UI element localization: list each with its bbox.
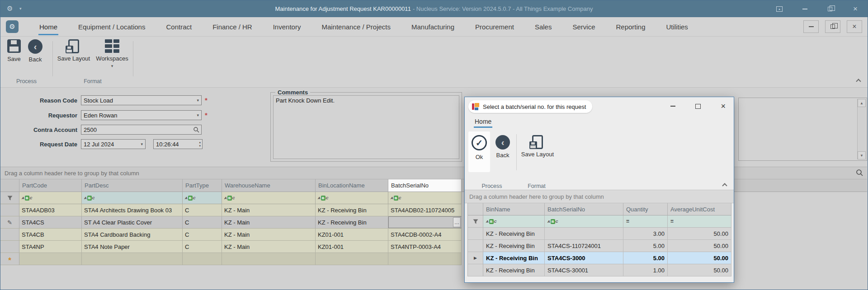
reason-code-combo[interactable]: Stock Load ▾	[81, 95, 202, 105]
tab-home[interactable]: Home	[39, 17, 57, 37]
column-header-partdesc[interactable]: PartDesc	[82, 179, 183, 192]
grid-cell[interactable]: KZ - Receiving Bin	[316, 204, 388, 216]
grid-cell[interactable]: 3.00	[623, 228, 668, 239]
save-layout-button[interactable]: Save Layout	[519, 135, 556, 158]
filter-cell-binlocationname[interactable]: ABC	[316, 192, 388, 204]
filter-cell-binname[interactable]: ABC	[483, 215, 545, 227]
grid-cell[interactable]: 50.00	[668, 252, 731, 264]
ellipsis-button[interactable]: …	[453, 217, 461, 227]
grid-cell[interactable]: C	[183, 204, 222, 216]
filter-cell-partdesc[interactable]: ABC	[82, 192, 183, 204]
grid-cell[interactable]: STA4CS	[19, 216, 82, 228]
tab-manufacturing[interactable]: Manufacturing	[411, 17, 454, 37]
close-button[interactable]: ×	[851, 5, 859, 13]
column-header-quantity[interactable]: Quantity	[623, 203, 668, 215]
grid-cell[interactable]: KZ - Receiving Bin	[483, 252, 545, 264]
search-icon[interactable]	[193, 126, 199, 134]
grid-cell[interactable]: C	[183, 216, 222, 228]
grid-cell[interactable]: STA4CDB-0002-A4	[388, 229, 462, 240]
tab-inventory[interactable]: Inventory	[273, 17, 301, 37]
filter-cell-partcode[interactable]: ABC	[19, 192, 82, 204]
grid-cell[interactable]: KZ01-001	[316, 229, 388, 240]
tab-maintenance-projects[interactable]: Maintenance / Projects	[321, 17, 391, 37]
grid-cell[interactable]: KZ - Receiving Bin	[316, 216, 388, 228]
grid-cell[interactable]: KZ - Main	[222, 241, 316, 253]
grid-cell[interactable]	[183, 253, 222, 265]
request-time-spinner[interactable]: 10:26:44 ▴ ▾	[153, 139, 203, 149]
request-date-picker[interactable]: 12 Jul 2024 ▾	[81, 139, 146, 149]
app-menu-button[interactable]: ⚙	[6, 20, 19, 33]
filter-cell-parttype[interactable]: ABC	[183, 192, 222, 204]
chevron-down-icon[interactable]: ▾	[197, 98, 199, 103]
grid-cell[interactable]: STA4ADB03	[19, 204, 82, 216]
grid-cell[interactable]	[388, 253, 462, 265]
grid-cell[interactable]: 50.00	[668, 240, 731, 252]
grid-cell[interactable]: 50.00	[668, 264, 731, 276]
grid-cell[interactable]: KZ - Receiving Bin	[483, 264, 545, 276]
ribbon-collapse-icon[interactable]	[856, 79, 861, 84]
grid-cell[interactable]: STA4CS-110724001	[545, 240, 623, 252]
grid-cell[interactable]: KZ - Main	[222, 229, 316, 240]
column-header-warehousename[interactable]: WarehouseName	[222, 179, 316, 192]
maximize-button[interactable]	[695, 104, 701, 109]
tab-sales[interactable]: Sales	[535, 17, 552, 37]
grid-cell[interactable]	[222, 253, 316, 265]
grid-cell[interactable]: 50.00	[668, 228, 731, 239]
dialog-groupby-bar[interactable]: Drag a column header here to group by th…	[465, 190, 734, 203]
grid-cell[interactable]: STA4ADB02-110724005	[388, 204, 462, 216]
filter-cell-batchserialno[interactable]: ABC	[545, 215, 623, 227]
grid-cell[interactable]: STA4 Cardboard Backing	[82, 229, 183, 240]
grid-cell[interactable]: STA4CB	[19, 229, 82, 240]
workspaces-button[interactable]: Workspaces ▾	[93, 39, 132, 69]
grid-cell[interactable]: STA4NP	[19, 241, 82, 253]
grid-cell[interactable]	[19, 253, 82, 265]
grid-cell[interactable]: KZ - Receiving Bin	[483, 240, 545, 252]
grid-search-icon[interactable]	[856, 169, 863, 178]
dialog-tab-home[interactable]: Home	[475, 118, 491, 125]
column-header-batchserialno[interactable]: BatchSerialNo	[545, 203, 623, 215]
grid-cell[interactable]: KZ - Main	[222, 216, 316, 228]
tab-reporting[interactable]: Reporting	[616, 17, 645, 37]
grid-cell[interactable]: STA4CS-3000	[545, 252, 623, 264]
grid-cell[interactable]: 5.00	[623, 240, 668, 252]
chevron-down-icon[interactable]: ▾	[197, 113, 199, 117]
minimize-button[interactable]	[670, 106, 675, 107]
close-button[interactable]: ×	[721, 102, 726, 110]
grid-cell[interactable]: KZ01-001	[316, 241, 388, 253]
tab-contract[interactable]: Contract	[166, 17, 192, 37]
column-header-parttype[interactable]: PartType	[183, 179, 222, 192]
grid-cell[interactable]	[545, 228, 623, 239]
grid-cell[interactable]: STA4NTP-0003-A4	[388, 241, 462, 253]
grid-cell[interactable]: ST A4 Clear Plastic Cover	[82, 216, 183, 228]
close-button[interactable]: ×	[847, 20, 862, 33]
scroll-up-button[interactable]: ▲	[858, 99, 866, 107]
grid-cell[interactable]	[82, 253, 183, 265]
save-layout-button[interactable]: Save Layout	[56, 39, 92, 62]
column-header-binname[interactable]: BinName	[483, 203, 545, 215]
back-button[interactable]: ‹ Back	[492, 135, 514, 159]
grid-cell[interactable]: C	[183, 229, 222, 240]
spin-up-icon[interactable]: ▴	[199, 140, 201, 144]
grid-cell[interactable]: STA4 Note Paper	[82, 241, 183, 253]
column-header-averageunitcost[interactable]: AverageUnitCost	[668, 203, 731, 215]
contra-account-field[interactable]: 2500	[81, 125, 202, 135]
spinner-arrows[interactable]: ▴ ▾	[199, 140, 201, 148]
comments-textarea[interactable]: Part Knock Down Edit.	[273, 95, 459, 159]
requestor-combo[interactable]: Eden Rowan ▾	[81, 110, 202, 120]
column-header-batchserialno[interactable]: BatchSerialNo	[388, 179, 462, 192]
restore-button[interactable]	[826, 5, 834, 13]
grid-cell[interactable]: STA4 Architects Drawing Book 03	[82, 204, 183, 216]
scroll-down-button[interactable]: ▼	[858, 151, 866, 159]
filter-cell-warehousename[interactable]: ABC	[222, 192, 316, 204]
grid-cell[interactable]: 5.00	[623, 252, 668, 264]
grid-cell[interactable]: 1.00	[623, 264, 668, 276]
grid-cell[interactable]: KZ - Receiving Bin	[483, 228, 545, 239]
back-button[interactable]: ‹ Back	[25, 39, 46, 63]
tab-procurement[interactable]: Procurement	[475, 17, 514, 37]
restore-button[interactable]	[825, 20, 840, 33]
filter-cell-averageunitcost[interactable]: =	[668, 215, 731, 227]
grid-cell[interactable]: KZ - Main	[222, 204, 316, 216]
grid-cell[interactable]	[316, 253, 388, 265]
tab-equipment-locations[interactable]: Equipment / Locations	[78, 17, 145, 37]
batchserialno-editor[interactable]: …	[388, 216, 462, 228]
